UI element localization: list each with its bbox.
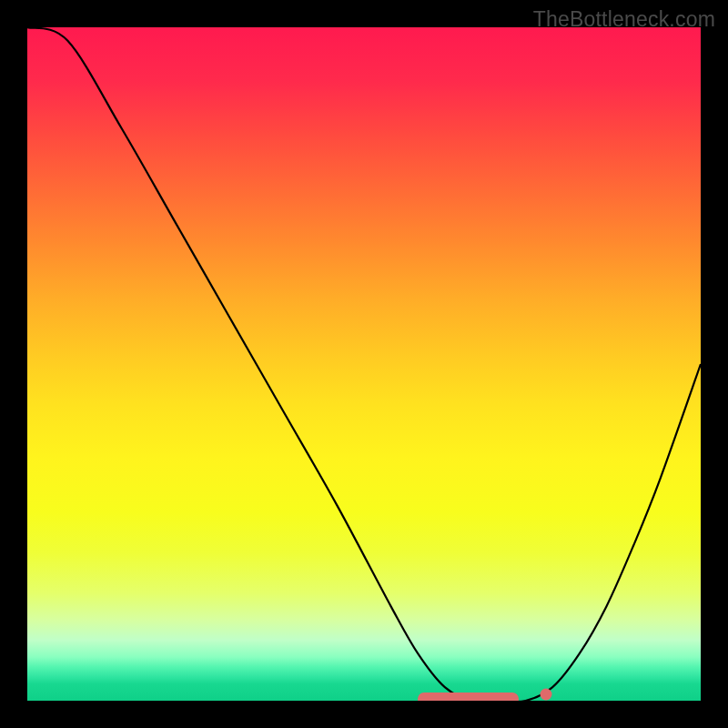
trough-dot-marker — [540, 688, 551, 700]
chart-markers — [27, 27, 701, 701]
chart-plot-area — [27, 27, 701, 701]
attribution-text: TheBottleneck.com — [533, 7, 715, 32]
trough-band-marker — [418, 693, 519, 701]
